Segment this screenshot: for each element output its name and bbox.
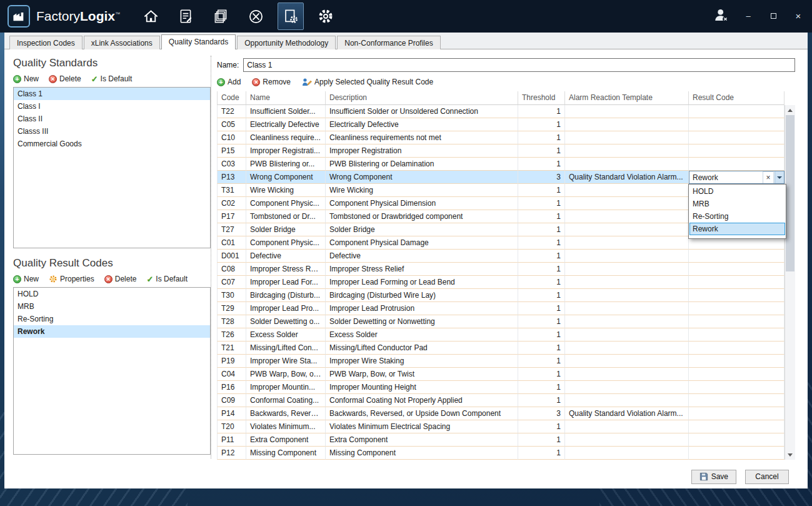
- list-item[interactable]: Class II: [14, 113, 210, 125]
- result-codes-new-button[interactable]: +New: [13, 275, 39, 283]
- standards-delete-button[interactable]: ×Delete: [49, 74, 81, 83]
- table-row[interactable]: C08Improper Stress Re...Improper Stress …: [217, 263, 784, 276]
- result-codes-delete-button[interactable]: ×Delete: [104, 275, 137, 283]
- cell-result-code: [689, 276, 784, 289]
- table-row[interactable]: C05Electrically DefectiveElectrically De…: [217, 118, 784, 131]
- name-input[interactable]: [243, 58, 795, 72]
- list-item[interactable]: Class I: [14, 100, 210, 113]
- list-item[interactable]: Classs III: [14, 125, 210, 138]
- dropdown-option[interactable]: Rework: [689, 223, 785, 235]
- worksheet-icon[interactable]: [173, 3, 199, 30]
- check-icon: ✓: [146, 275, 153, 283]
- table-row[interactable]: C10Cleanliness require...Cleanliness req…: [217, 131, 784, 144]
- table-row[interactable]: T28Solder Dewetting o...Solder Dewetting…: [217, 315, 784, 328]
- clear-result-icon[interactable]: ×: [763, 171, 774, 184]
- list-item[interactable]: HOLD: [14, 288, 210, 300]
- cell-name: Improper Stress Re...: [246, 263, 326, 276]
- tab-non-conformance-profiles[interactable]: Non-Conformance Profiles: [337, 36, 440, 49]
- body: Quality Standards +New ×Delete ✓Is Defau…: [4, 49, 808, 465]
- close-button[interactable]: ×: [792, 12, 804, 21]
- table-row[interactable]: T20Violates Minimum...Violates Minimum E…: [217, 420, 784, 433]
- table-row[interactable]: T29Improper Lead Pro...Improper Lead Pro…: [217, 302, 784, 315]
- table-row[interactable]: C04PWB Warp, Bow, or...PWB Warp, Bow, or…: [217, 368, 784, 381]
- table-row[interactable]: C03PWB Blistering or...PWB Blistering or…: [217, 158, 784, 171]
- table-scrollbar[interactable]: [784, 105, 795, 460]
- cell-code: C07: [217, 276, 246, 289]
- list-item[interactable]: MRB: [14, 300, 210, 313]
- tab-xlink-associations[interactable]: xLink Associations: [84, 36, 160, 49]
- result-code-dropdown: HOLDMRBRe-SortingRework: [688, 184, 786, 239]
- cell-result-code[interactable]: Rework×: [689, 171, 784, 184]
- tab-quality-standards[interactable]: Quality Standards: [161, 34, 236, 49]
- cell-description: Improper Lead Protrusion: [326, 302, 518, 315]
- cell-threshold: 1: [518, 118, 565, 131]
- minimize-button[interactable]: –: [742, 12, 754, 21]
- table-row[interactable]: P12Missing ComponentMissing Component1: [217, 447, 784, 460]
- table-row[interactable]: T26Excess SolderExcess Solder1: [217, 328, 784, 342]
- list-item[interactable]: Class 1: [14, 88, 210, 100]
- tab-opportunity-methodology[interactable]: Opportunity Methodology: [237, 36, 336, 49]
- table-row[interactable]: P14Backwards, Reverse...Backwards, Rever…: [217, 407, 784, 420]
- dropdown-option[interactable]: MRB: [689, 198, 785, 210]
- cell-alarm-template: [565, 302, 689, 315]
- cell-code: C08: [217, 263, 246, 276]
- cell-code: T26: [217, 328, 246, 342]
- table-row[interactable]: P11Extra ComponentExtra Component1: [217, 433, 784, 447]
- cell-code: C01: [217, 236, 246, 250]
- list-item[interactable]: Commercial Goods: [14, 138, 210, 150]
- documents-stack-icon[interactable]: [208, 3, 234, 30]
- cell-code: P16: [217, 381, 246, 394]
- scrollbar-up-arrow[interactable]: [785, 105, 795, 115]
- user-account-icon[interactable]: [713, 8, 729, 25]
- scrollbar-down-arrow[interactable]: [785, 450, 795, 460]
- standards-new-button[interactable]: +New: [13, 74, 39, 83]
- cell-description: PWB Blistering or Delamination: [326, 158, 518, 171]
- quality-module-icon[interactable]: [278, 3, 304, 30]
- cell-threshold: 1: [518, 394, 565, 407]
- cancel-button[interactable]: Cancel: [745, 470, 789, 484]
- table-row[interactable]: P16Improper Mountin...Improper Mounting …: [217, 381, 784, 394]
- cell-name: Solder Dewetting o...: [246, 315, 326, 328]
- table-row[interactable]: D001DefectiveDefective1: [217, 250, 784, 263]
- table-row[interactable]: T21Missing/Lifted Con...Missing/Lifted C…: [217, 342, 784, 355]
- quality-standards-list[interactable]: Class 1Class IClass IIClasss IIICommerci…: [13, 87, 211, 248]
- dropdown-chevron-icon[interactable]: [774, 171, 784, 183]
- cell-name: Defective: [246, 250, 326, 263]
- codes-toolbar: +Add ×Remove Apply Selected Quality Resu…: [217, 78, 795, 86]
- result-codes-is-default-button[interactable]: ✓Is Default: [146, 275, 188, 283]
- navigator-icon[interactable]: [243, 3, 269, 30]
- result-codes-toolbar: +New Properties ×Delete ✓Is Default: [13, 275, 211, 283]
- tab-inspection-codes[interactable]: Inspection Codes: [9, 36, 83, 49]
- table-row[interactable]: T22Insufficient Solder...Insufficient So…: [217, 105, 784, 118]
- table-row[interactable]: C07Improper Lead For...Improper Lead For…: [217, 276, 784, 289]
- quality-result-codes-list[interactable]: HOLDMRBRe-SortingRework: [13, 287, 211, 455]
- list-item[interactable]: Rework: [14, 325, 210, 338]
- cell-alarm-template: Quality Standard Violation Alarm...: [565, 407, 689, 420]
- result-codes-properties-button[interactable]: Properties: [49, 275, 94, 283]
- scrollbar-thumb[interactable]: [786, 115, 794, 271]
- table-row[interactable]: C09Conformal Coating...Conformal Coating…: [217, 394, 784, 407]
- maximize-button[interactable]: [767, 12, 779, 21]
- add-button[interactable]: +Add: [217, 78, 241, 86]
- cell-code: C05: [217, 118, 246, 131]
- list-item[interactable]: Re-Sorting: [14, 313, 210, 325]
- home-icon[interactable]: [138, 3, 164, 30]
- cell-description: Missing/Lifted Conductor Pad: [326, 342, 518, 355]
- table-row[interactable]: P15Improper Registrati...Improper Regist…: [217, 144, 784, 158]
- cell-name: Conformal Coating...: [246, 394, 326, 407]
- cell-name: Component Physic...: [246, 197, 326, 210]
- save-button[interactable]: Save: [691, 470, 736, 484]
- standards-toolbar: +New ×Delete ✓Is Default: [13, 74, 211, 83]
- apply-selected-result-code-button[interactable]: Apply Selected Quality Result Code: [302, 78, 433, 86]
- column-header: Threshold: [518, 91, 565, 105]
- cell-description: Violates Minimum Electrical Spacing: [326, 420, 518, 433]
- standards-is-default-button[interactable]: ✓Is Default: [91, 74, 133, 83]
- remove-button[interactable]: ×Remove: [252, 78, 291, 86]
- table-row[interactable]: P19Improper Wire Sta...Improper Wire Sta…: [217, 355, 784, 368]
- settings-gear-icon[interactable]: [313, 3, 339, 30]
- table-row[interactable]: P13Wrong ComponentWrong Component3Qualit…: [217, 171, 784, 184]
- dropdown-option[interactable]: HOLD: [689, 185, 785, 198]
- cell-name: Electrically Defective: [246, 118, 326, 131]
- dropdown-option[interactable]: Re-Sorting: [689, 210, 785, 223]
- table-row[interactable]: T30Birdcaging (Disturb...Birdcaging (Dis…: [217, 289, 784, 302]
